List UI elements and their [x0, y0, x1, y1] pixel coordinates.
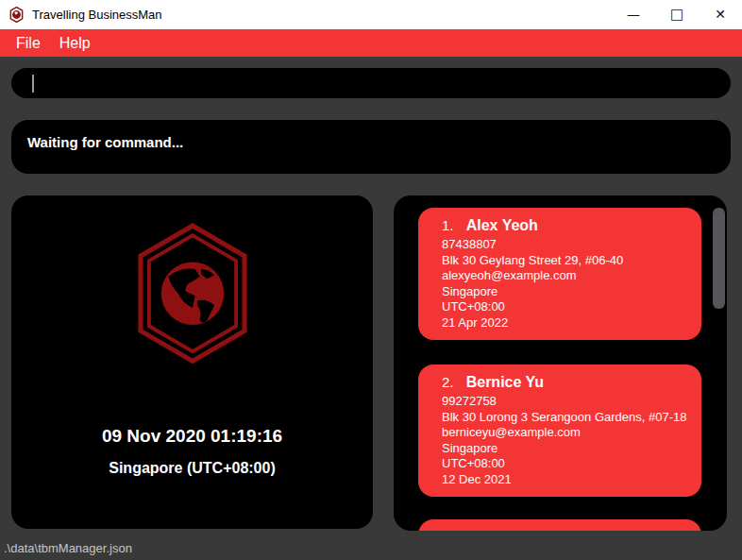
- minimize-button[interactable]: —: [612, 0, 655, 29]
- contact-index: 2.: [442, 374, 454, 390]
- contact-title: 1. Alex Yeoh: [442, 217, 690, 234]
- result-display: Waiting for command...: [11, 120, 731, 174]
- contact-date: 12 Dec 2021: [442, 472, 690, 488]
- contact-name: Alex Yeoh: [466, 217, 538, 233]
- hexagon-globe-icon: [132, 223, 253, 366]
- contact-card[interactable]: 1. Alex Yeoh 87438807 Blk 30 Geylang Str…: [418, 208, 701, 340]
- menu-bar: File Help: [0, 29, 742, 57]
- maximize-button[interactable]: □: [655, 0, 699, 29]
- window-controls: — □ ✕: [612, 0, 742, 29]
- app-window: Travelling BusinessMan — □ ✕ File Help W…: [0, 0, 742, 560]
- contact-index: 1.: [442, 217, 454, 233]
- contact-name: Bernice Yu: [466, 374, 544, 390]
- contact-address: Blk 30 Geylang Street 29, #06-40: [442, 253, 690, 269]
- contact-country: Singapore: [442, 284, 690, 300]
- contact-card-partial[interactable]: [418, 519, 701, 531]
- contact-date: 21 Apr 2022: [442, 315, 690, 331]
- clock-panel: 09 Nov 2020 01:19:16 Singapore (UTC+08:0…: [11, 195, 373, 529]
- contact-title: 2. Bernice Yu: [442, 374, 690, 391]
- contact-timezone: UTC+08:00: [442, 299, 690, 315]
- clock-location: Singapore (UTC+08:00): [11, 460, 373, 477]
- close-button[interactable]: ✕: [699, 0, 742, 29]
- window-title: Travelling BusinessMan: [32, 8, 162, 22]
- contact-phone: 99272758: [442, 394, 690, 410]
- menu-help[interactable]: Help: [50, 35, 100, 52]
- status-bar-filepath: .\data\tbmManager.json: [4, 541, 132, 555]
- title-bar: Travelling BusinessMan — □ ✕: [0, 0, 742, 29]
- scrollbar-thumb[interactable]: [713, 208, 725, 309]
- contact-list-panel: 1. Alex Yeoh 87438807 Blk 30 Geylang Str…: [394, 195, 727, 531]
- contact-card[interactable]: 2. Bernice Yu 99272758 Blk 30 Lorong 3 S…: [418, 365, 701, 497]
- command-input[interactable]: [11, 68, 731, 98]
- clock-datetime: 09 Nov 2020 01:19:16: [11, 426, 373, 447]
- contact-timezone: UTC+08:00: [442, 456, 690, 472]
- menu-file[interactable]: File: [7, 35, 50, 52]
- text-caret: [32, 75, 34, 93]
- app-logo-icon: [8, 7, 25, 23]
- contact-country: Singapore: [442, 441, 690, 457]
- contact-email: berniceyu@example.com: [442, 425, 690, 441]
- contact-phone: 87438807: [442, 237, 690, 253]
- contact-address: Blk 30 Lorong 3 Serangoon Gardens, #07-1…: [442, 410, 690, 426]
- contact-email: alexyeoh@example.com: [442, 268, 690, 284]
